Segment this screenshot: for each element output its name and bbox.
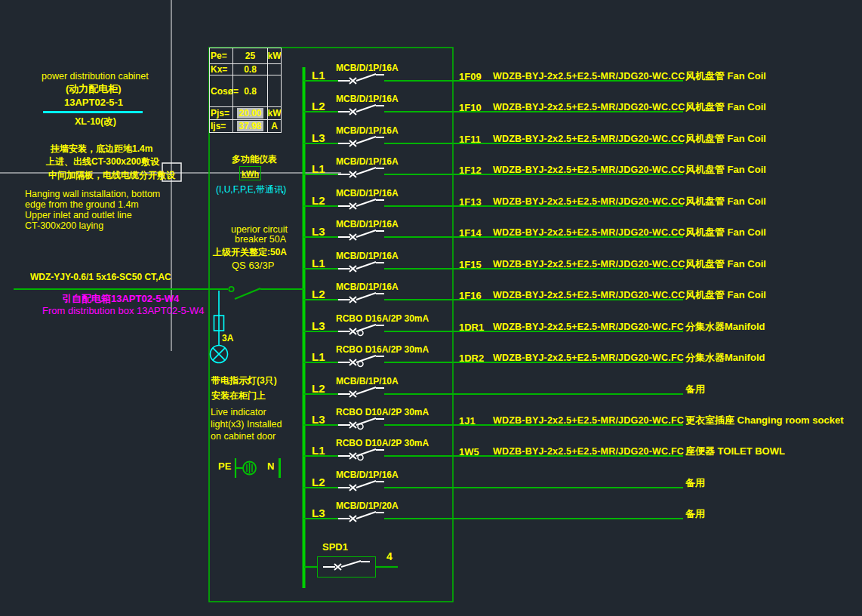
breaker-type-label: MCB/D/1P/16A: [336, 282, 399, 292]
main-breaker-note-en-2: breaker 50A: [235, 235, 286, 245]
branch-circuit-row[interactable]: L2 MCB/D/1P/16A 1F13 WDZB-BYJ-2x2.5+E2.5…: [303, 186, 862, 212]
branch-circuit-row[interactable]: L1 MCB/D/1P/16A 1F09 WDZB-BYJ-2x2.5+E2.5…: [303, 61, 862, 87]
breaker-type-label: MCB/D/1P/16A: [336, 125, 399, 136]
circuit-id: 1F13: [459, 196, 482, 208]
breaker-type-label: MCB/D/1P/16A: [336, 470, 399, 480]
phase-label: L2: [312, 288, 325, 300]
breaker-type-label: MCB/D/1P/16A: [336, 251, 399, 261]
install-note-en-2: edge from the ground 1.4m: [25, 200, 139, 210]
branch-circuit-row[interactable]: L3 MCB/D/1P/16A 1F11 WDZB-BYJ-2x2.5+E2.5…: [303, 124, 862, 149]
load-label: 风机盘管 Fan Coil: [685, 69, 766, 83]
fuse-lamp-branch[interactable]: [211, 291, 228, 363]
n-label: N: [267, 461, 274, 472]
meter-functions: (I,U,F,P,E,带通讯): [216, 185, 286, 195]
incoming-source-en: From distribution box 13APT02-5-W4: [42, 306, 205, 316]
branch-circuit-row[interactable]: L2 MCB/B/1P/10A 备用: [303, 374, 862, 400]
branch-circuit-row[interactable]: L3 MCB/D/1P/16A 1F14 WDZB-BYJ-2x2.5+E2.5…: [303, 217, 862, 243]
phase-label: L3: [312, 225, 325, 238]
param-label: Cosø=: [210, 75, 232, 106]
install-note-en-4: CT-300x200 laying: [25, 221, 103, 231]
breaker-type-label: MCB/D/1P/16A: [336, 219, 399, 229]
load-label: 分集水器Manifold: [685, 351, 765, 365]
load-label: 备用: [685, 476, 705, 490]
param-unit: [267, 75, 281, 106]
param-value: 0.8: [232, 64, 267, 75]
circuit-id: 1F09: [459, 71, 482, 82]
install-note-en-1: Hanging wall installation, bottom: [25, 189, 160, 199]
power-parameters-table[interactable]: Pe= 25 kW Kx= 0.8 Cosø= 0.8 Pjs= 20.00 k…: [209, 48, 282, 133]
phase-label: L1: [312, 444, 325, 457]
cad-drawing-canvas: Pe= 25 kW Kx= 0.8 Cosø= 0.8 Pjs= 20.00 k…: [0, 0, 862, 616]
param-value: 0.8: [232, 75, 267, 106]
cyan-underline: [43, 111, 143, 113]
branch-circuit-row[interactable]: L1 RCBO D16A/2P 30mA 1DR2 WDZB-BYJ-2x2.5…: [303, 343, 862, 368]
cabinet-model: XL-10(改): [75, 117, 116, 127]
param-unit: kW: [267, 48, 281, 63]
indicator-note-cn-1: 带电指示灯(3只): [211, 376, 277, 386]
branch-circuit-row[interactable]: L3 RCBO D10A/2P 30mA 1J1 WDZB-BYJ-2x2.5+…: [303, 405, 862, 431]
cable-spec: WDZB-BYJ-2x2.5+E2.5-MR/JDG20-WC.FC: [493, 322, 684, 332]
install-note-en-3: Upper inlet and outlet line: [25, 211, 132, 220]
install-note-cn-1: 挂墙安装，底边距地1.4m: [51, 144, 152, 154]
highlighted-field[interactable]: 20.00: [237, 108, 263, 119]
phase-label: L2: [312, 382, 325, 395]
cable-spec: WDZB-BYJ-2x2.5+E2.5-MR/JDG20-WC.CC: [493, 134, 685, 144]
cable-spec: WDZB-BYJ-2x2.5+E2.5-MR/JDG20-WC.CC: [493, 71, 685, 82]
load-label: 座便器 TOILET BOWL: [685, 445, 785, 458]
cabinet-title-cn: (动力配电柜): [66, 84, 122, 94]
indicator-note-cn-2: 安装在柜门上: [211, 391, 266, 401]
phase-label: L3: [312, 319, 325, 332]
cable-spec: WDZB-BYJ-2x2.5+E2.5-MR/JDG20-WC.CC: [493, 227, 685, 238]
cable-spec: WDZB-BYJ-2x2.5+E2.5-MR/JDG20-WC.CC: [493, 165, 685, 175]
incoming-cable-spec: WDZ-YJY-0.6/1 5x16-SC50 CT,AC: [30, 273, 171, 282]
branch-line: [384, 393, 683, 395]
kwh-meter-box[interactable]: kWh: [239, 166, 261, 180]
circuit-id: 1DR2: [459, 353, 484, 364]
breaker-type-label: MCB/B/1P/10A: [336, 376, 399, 387]
branch-circuit-row[interactable]: L1 MCB/D/1P/16A 1F12 WDZB-BYJ-2x2.5+E2.5…: [303, 155, 862, 180]
cable-spec: WDZB-BYJ-2x2.5+E2.5-MR/JDG20-WC.CC: [493, 102, 685, 112]
spd-label: SPD1: [322, 542, 348, 553]
load-label: 风机盘管 Fan Coil: [685, 257, 766, 271]
load-label: 风机盘管 Fan Coil: [685, 195, 766, 208]
branch-line: [384, 518, 683, 519]
branch-circuit-row[interactable]: L3 MCB/D/1P/20A 备用: [303, 499, 862, 525]
indicator-note-en-1: Live indicator: [211, 408, 266, 417]
branch-circuit-row[interactable]: L1 RCBO D10A/2P 30mA 1W5 WDZB-BYJ-2x2.5+…: [303, 436, 862, 462]
breaker-type-label: MCB/D/1P/16A: [336, 188, 399, 199]
load-label: 风机盘管 Fan Coil: [685, 132, 766, 146]
param-value-field[interactable]: 20.00: [232, 107, 267, 119]
cable-spec: WDZB-BYJ-2x2.5+E2.5-MR/JDG20-WC.CC: [493, 259, 685, 270]
phase-label: L1: [312, 257, 325, 270]
branch-circuit-row[interactable]: L3 RCBO D16A/2P 30mA 1DR1 WDZB-BYJ-2x2.5…: [303, 312, 862, 337]
branch-circuit-row[interactable]: L2 MCB/D/1P/16A 备用: [303, 468, 862, 494]
param-value: 25: [232, 48, 267, 63]
breaker-type-label: RCBO D16A/2P 30mA: [336, 313, 429, 324]
breaker-type-label: MCB/D/1P/20A: [336, 500, 399, 511]
table-row: Ijs= 37.98 A: [210, 119, 281, 132]
param-unit: [267, 64, 281, 75]
cable-spec: WDZB-BYJ-2x2.5+E2.5-MR/JDG20-WC.FC: [493, 353, 684, 363]
highlighted-field[interactable]: 37.98: [237, 121, 263, 131]
param-value-field[interactable]: 37.98: [232, 120, 267, 132]
breaker-type-label: MCB/D/1P/16A: [336, 63, 399, 73]
circuit-id: 1F14: [459, 227, 482, 239]
install-note-cn-3: 中间加隔板，电线电缆分开敷设: [48, 171, 175, 180]
pe-label: PE: [218, 461, 231, 472]
phase-label: L1: [312, 69, 325, 82]
branch-circuit-row[interactable]: L2 MCB/D/1P/16A 1F16 WDZB-BYJ-2x2.5+E2.5…: [303, 280, 862, 306]
breaker-type-label: RCBO D10A/2P 30mA: [336, 407, 429, 417]
phase-label: L1: [312, 162, 325, 175]
install-note-cn-2: 上进、出线CT-300x200敷设: [46, 157, 159, 167]
kwh-meter-display: kWh: [242, 169, 259, 178]
circuit-id: 1DR1: [459, 322, 484, 333]
phase-label: L3: [312, 507, 325, 519]
cable-spec: WDZB-BYJ-2x2.5+E2.5-MR/JDG20-WC.CC: [493, 196, 685, 207]
spd-device-box[interactable]: [317, 556, 376, 578]
spd-pole-count: 4: [386, 551, 393, 562]
branch-circuit-row[interactable]: L1 MCB/D/1P/16A 1F15 WDZB-BYJ-2x2.5+E2.5…: [303, 249, 862, 275]
table-row: Kx= 0.8: [210, 63, 281, 75]
param-label: Pe=: [210, 48, 232, 63]
branch-circuit-row[interactable]: L2 MCB/D/1P/16A 1F10 WDZB-BYJ-2x2.5+E2.5…: [303, 92, 862, 118]
phase-label: L2: [312, 100, 325, 112]
